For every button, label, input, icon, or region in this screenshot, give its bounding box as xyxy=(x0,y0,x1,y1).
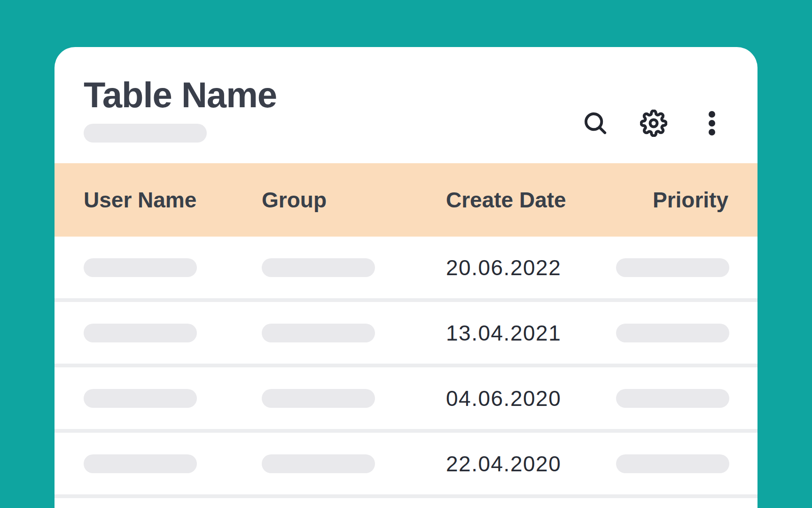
table-row: 13.04.2021 xyxy=(55,302,757,367)
table-row: 04.06.2020 xyxy=(55,367,757,433)
priority-placeholder xyxy=(616,454,729,473)
page-background: { "page": { "background_color": "#0FA5A0… xyxy=(0,0,812,508)
user-name-placeholder xyxy=(84,389,197,408)
column-header-group: Group xyxy=(262,187,446,213)
table-row: 20.06.2022 xyxy=(55,237,757,302)
search-button[interactable] xyxy=(582,110,609,136)
priority-placeholder xyxy=(616,258,729,277)
more-options-button[interactable] xyxy=(699,110,725,136)
toolbar xyxy=(582,110,725,136)
create-date-value: 22.04.2020 xyxy=(446,451,616,476)
gear-icon xyxy=(640,110,667,137)
priority-placeholder xyxy=(616,389,729,408)
table-card: Table Name xyxy=(55,47,757,508)
search-icon xyxy=(583,111,608,136)
create-date-value: 04.06.2020 xyxy=(446,386,616,411)
create-date-value: 20.06.2022 xyxy=(446,255,616,280)
group-placeholder xyxy=(262,258,375,277)
table-header-row: User Name Group Create Date Priority xyxy=(55,163,757,237)
card-header: Table Name xyxy=(55,47,757,163)
user-name-placeholder xyxy=(84,454,197,473)
table-row: 22.04.2020 xyxy=(55,433,757,498)
group-placeholder xyxy=(262,454,375,473)
user-name-placeholder xyxy=(84,258,197,277)
kebab-menu-icon xyxy=(708,110,716,136)
page-title: Table Name xyxy=(84,76,277,114)
column-header-user-name: User Name xyxy=(84,187,262,213)
column-header-priority: Priority xyxy=(616,187,728,213)
settings-button[interactable] xyxy=(640,110,667,136)
priority-placeholder xyxy=(616,324,729,342)
user-name-placeholder xyxy=(84,324,197,342)
group-placeholder xyxy=(262,389,375,408)
create-date-value: 13.04.2021 xyxy=(446,320,616,346)
group-placeholder xyxy=(262,324,375,342)
subtitle-placeholder xyxy=(84,124,207,143)
column-header-create-date: Create Date xyxy=(446,187,616,213)
